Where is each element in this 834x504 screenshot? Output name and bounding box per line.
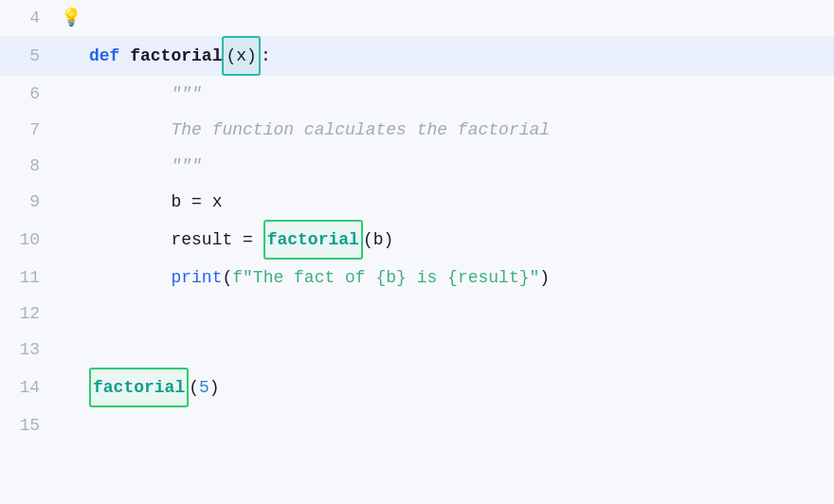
- keyword-def: def: [89, 38, 130, 74]
- docstring-text-7: The function calculates the factorial: [171, 112, 550, 148]
- code-line-11: 11 print(f"The fact of {b} is {result}"): [0, 260, 834, 296]
- function-call-factorial-10: factorial: [267, 230, 359, 249]
- line-content-7: The function calculates the factorial: [85, 112, 834, 148]
- line-number-5: 5: [0, 38, 57, 74]
- var-b: b: [171, 184, 191, 220]
- line-content-11: print(f"The fact of {b} is {result}"): [85, 260, 834, 296]
- indent-11: [89, 260, 171, 296]
- indent-6: [89, 76, 171, 112]
- var-result-10: result: [171, 222, 243, 258]
- paren-open-10: (: [363, 222, 373, 258]
- code-line-7: 7 The function calculates the factorial: [0, 112, 834, 148]
- function-call-factorial-14: factorial: [93, 378, 185, 397]
- docstring-close-8: """: [171, 148, 201, 184]
- paren-open-11: (: [222, 260, 232, 296]
- line-number-11: 11: [0, 260, 57, 296]
- line-number-14: 14: [0, 369, 57, 405]
- paren-close-11: ): [539, 260, 550, 296]
- param-x: x: [236, 46, 246, 65]
- code-area: 4 💡 5 def factorial(x): 6 """ 7: [0, 0, 834, 504]
- line-number-9: 9: [0, 184, 57, 220]
- line-content-10: result = factorial(b): [85, 220, 834, 260]
- function-name-factorial-5: factorial: [130, 38, 222, 74]
- code-line-8: 8 """: [0, 148, 834, 184]
- paren-open-14: (: [189, 369, 199, 405]
- indent-7: [89, 112, 171, 148]
- highlight-factorial-14: factorial: [89, 368, 189, 407]
- indent-10: [89, 222, 171, 258]
- line-number-12: 12: [0, 296, 57, 332]
- code-line-14: 14 factorial(5): [0, 368, 834, 407]
- line-number-4: 4: [0, 0, 57, 36]
- code-line-6: 6 """: [0, 76, 834, 112]
- line-content-5: def factorial(x):: [85, 36, 834, 76]
- paren-close-5: ): [246, 46, 257, 65]
- var-x-9: x: [212, 184, 223, 220]
- paren-close-14: ): [209, 369, 220, 405]
- line-content-9: b = x: [85, 184, 834, 220]
- lightbulb-icon: 💡: [61, 0, 82, 36]
- icon-area-4: 💡: [57, 0, 85, 36]
- line-number-6: 6: [0, 76, 57, 112]
- highlight-factorial-10: factorial: [263, 220, 363, 260]
- code-line-9: 9 b = x: [0, 184, 834, 220]
- line-number-10: 10: [0, 222, 57, 258]
- fstring-11: f"The fact of {b} is {result}": [232, 260, 539, 296]
- op-assign-10: =: [243, 222, 263, 258]
- line-content-6: """: [85, 76, 834, 112]
- code-line-4: 4 💡: [0, 0, 834, 36]
- line-content-14: factorial(5): [85, 368, 834, 407]
- paren-open-5: (: [226, 46, 236, 65]
- line-number-13: 13: [0, 332, 57, 368]
- line-content-8: """: [85, 148, 834, 184]
- colon-5: :: [261, 38, 271, 74]
- arg-b-10: b: [373, 222, 384, 258]
- number-5: 5: [199, 369, 209, 405]
- line-number-15: 15: [0, 407, 57, 443]
- docstring-open-6: """: [171, 76, 201, 112]
- code-line-13: 13: [0, 332, 834, 368]
- line-number-7: 7: [0, 112, 57, 148]
- highlight-param-x: (x): [222, 36, 260, 76]
- editor-container: 4 💡 5 def factorial(x): 6 """ 7: [0, 0, 834, 504]
- code-line-15: 15: [0, 407, 834, 443]
- code-line-10: 10 result = factorial(b): [0, 220, 834, 260]
- paren-close-10: ): [384, 222, 394, 258]
- indent-8: [89, 148, 171, 184]
- line-number-8: 8: [0, 148, 57, 184]
- code-line-12: 12: [0, 296, 834, 332]
- indent-9: [89, 184, 171, 220]
- keyword-print: print: [171, 260, 222, 296]
- code-line-5: 5 def factorial(x):: [0, 36, 834, 76]
- op-assign-9: =: [191, 184, 212, 220]
